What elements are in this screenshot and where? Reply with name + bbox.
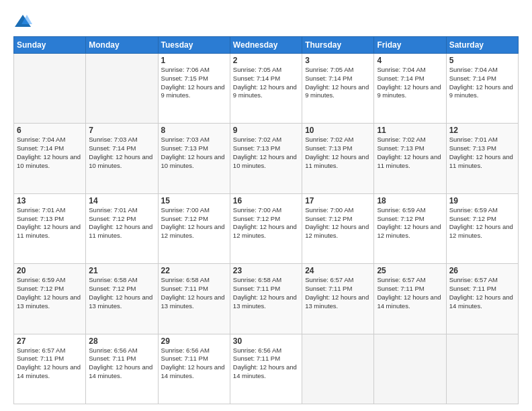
week-row-5: 27Sunrise: 6:57 AM Sunset: 7:11 PM Dayli… <box>14 334 519 404</box>
week-row-3: 13Sunrise: 7:01 AM Sunset: 7:13 PM Dayli… <box>14 193 519 263</box>
weekday-header-thursday: Thursday <box>302 37 374 54</box>
calendar-cell: 4Sunrise: 7:04 AM Sunset: 7:14 PM Daylig… <box>374 54 446 124</box>
day-number: 21 <box>89 266 154 275</box>
day-info: Sunrise: 7:01 AM Sunset: 7:12 PM Dayligh… <box>89 206 154 240</box>
calendar-cell: 16Sunrise: 7:00 AM Sunset: 7:12 PM Dayli… <box>230 193 302 263</box>
page: SundayMondayTuesdayWednesdayThursdayFrid… <box>0 0 532 411</box>
calendar-cell: 13Sunrise: 7:01 AM Sunset: 7:13 PM Dayli… <box>14 193 86 263</box>
weekday-header-sunday: Sunday <box>14 37 86 54</box>
day-number: 18 <box>377 196 443 205</box>
day-info: Sunrise: 7:04 AM Sunset: 7:14 PM Dayligh… <box>377 66 443 100</box>
day-number: 5 <box>449 56 515 65</box>
calendar-cell: 20Sunrise: 6:59 AM Sunset: 7:12 PM Dayli… <box>14 264 86 334</box>
calendar-cell: 18Sunrise: 6:59 AM Sunset: 7:12 PM Dayli… <box>374 193 446 263</box>
day-number: 9 <box>233 126 299 135</box>
day-info: Sunrise: 6:59 AM Sunset: 7:12 PM Dayligh… <box>449 206 515 240</box>
day-info: Sunrise: 6:56 AM Sunset: 7:11 PM Dayligh… <box>89 347 154 381</box>
calendar-cell: 22Sunrise: 6:58 AM Sunset: 7:11 PM Dayli… <box>158 264 230 334</box>
calendar-table: SundayMondayTuesdayWednesdayThursdayFrid… <box>13 36 519 404</box>
day-number: 15 <box>161 196 227 205</box>
weekday-header-friday: Friday <box>374 37 446 54</box>
calendar-cell: 23Sunrise: 6:58 AM Sunset: 7:11 PM Dayli… <box>230 264 302 334</box>
calendar-cell: 28Sunrise: 6:56 AM Sunset: 7:11 PM Dayli… <box>86 334 158 404</box>
day-number: 10 <box>305 126 371 135</box>
day-number: 30 <box>233 336 299 346</box>
day-number: 3 <box>305 56 371 65</box>
day-info: Sunrise: 6:56 AM Sunset: 7:11 PM Dayligh… <box>233 347 299 381</box>
calendar-cell: 15Sunrise: 7:00 AM Sunset: 7:12 PM Dayli… <box>158 193 230 263</box>
weekday-header-monday: Monday <box>86 37 158 54</box>
calendar-cell: 12Sunrise: 7:01 AM Sunset: 7:13 PM Dayli… <box>446 124 518 193</box>
day-info: Sunrise: 7:01 AM Sunset: 7:13 PM Dayligh… <box>449 136 515 170</box>
day-info: Sunrise: 7:02 AM Sunset: 7:13 PM Dayligh… <box>305 136 371 170</box>
day-info: Sunrise: 7:00 AM Sunset: 7:12 PM Dayligh… <box>305 206 371 240</box>
calendar-cell: 14Sunrise: 7:01 AM Sunset: 7:12 PM Dayli… <box>86 193 158 263</box>
day-info: Sunrise: 6:58 AM Sunset: 7:12 PM Dayligh… <box>89 276 154 310</box>
day-info: Sunrise: 6:58 AM Sunset: 7:11 PM Dayligh… <box>233 276 299 310</box>
day-number: 28 <box>89 336 154 346</box>
day-info: Sunrise: 7:02 AM Sunset: 7:13 PM Dayligh… <box>233 136 299 170</box>
day-number: 19 <box>449 196 515 205</box>
day-info: Sunrise: 7:02 AM Sunset: 7:13 PM Dayligh… <box>377 136 443 170</box>
day-number: 11 <box>377 126 443 135</box>
day-number: 12 <box>449 126 515 135</box>
day-info: Sunrise: 7:00 AM Sunset: 7:12 PM Dayligh… <box>161 206 227 240</box>
day-number: 17 <box>305 196 371 205</box>
day-number: 7 <box>89 126 154 135</box>
day-number: 1 <box>161 56 227 65</box>
calendar-cell: 17Sunrise: 7:00 AM Sunset: 7:12 PM Dayli… <box>302 193 374 263</box>
day-info: Sunrise: 7:00 AM Sunset: 7:12 PM Dayligh… <box>233 206 299 240</box>
day-info: Sunrise: 6:57 AM Sunset: 7:11 PM Dayligh… <box>377 276 443 310</box>
day-number: 22 <box>161 266 227 275</box>
day-info: Sunrise: 7:03 AM Sunset: 7:13 PM Dayligh… <box>161 136 227 170</box>
day-number: 2 <box>233 56 299 65</box>
day-number: 13 <box>17 196 83 205</box>
header <box>13 12 519 31</box>
day-info: Sunrise: 6:58 AM Sunset: 7:11 PM Dayligh… <box>161 276 227 310</box>
calendar-cell: 2Sunrise: 7:05 AM Sunset: 7:14 PM Daylig… <box>230 54 302 124</box>
weekday-header-tuesday: Tuesday <box>158 37 230 54</box>
calendar-cell: 7Sunrise: 7:03 AM Sunset: 7:14 PM Daylig… <box>86 124 158 193</box>
day-number: 29 <box>161 336 227 346</box>
calendar-cell: 10Sunrise: 7:02 AM Sunset: 7:13 PM Dayli… <box>302 124 374 193</box>
calendar-cell <box>446 334 518 404</box>
calendar-cell: 1Sunrise: 7:06 AM Sunset: 7:15 PM Daylig… <box>158 54 230 124</box>
day-info: Sunrise: 6:56 AM Sunset: 7:11 PM Dayligh… <box>161 347 227 381</box>
day-number: 6 <box>17 126 83 135</box>
day-info: Sunrise: 6:59 AM Sunset: 7:12 PM Dayligh… <box>17 276 83 310</box>
day-number: 23 <box>233 266 299 275</box>
calendar-cell: 26Sunrise: 6:57 AM Sunset: 7:11 PM Dayli… <box>446 264 518 334</box>
calendar-cell: 3Sunrise: 7:05 AM Sunset: 7:14 PM Daylig… <box>302 54 374 124</box>
day-info: Sunrise: 7:04 AM Sunset: 7:14 PM Dayligh… <box>449 66 515 100</box>
week-row-2: 6Sunrise: 7:04 AM Sunset: 7:14 PM Daylig… <box>14 124 519 193</box>
day-info: Sunrise: 7:06 AM Sunset: 7:15 PM Dayligh… <box>161 66 227 100</box>
calendar-cell: 9Sunrise: 7:02 AM Sunset: 7:13 PM Daylig… <box>230 124 302 193</box>
day-number: 25 <box>377 266 443 275</box>
day-number: 24 <box>305 266 371 275</box>
day-info: Sunrise: 6:57 AM Sunset: 7:11 PM Dayligh… <box>305 276 371 310</box>
calendar-cell: 19Sunrise: 6:59 AM Sunset: 7:12 PM Dayli… <box>446 193 518 263</box>
calendar-cell <box>374 334 446 404</box>
day-number: 14 <box>89 196 154 205</box>
calendar-cell <box>302 334 374 404</box>
day-info: Sunrise: 7:04 AM Sunset: 7:14 PM Dayligh… <box>17 136 83 170</box>
calendar-cell: 11Sunrise: 7:02 AM Sunset: 7:13 PM Dayli… <box>374 124 446 193</box>
calendar-cell: 29Sunrise: 6:56 AM Sunset: 7:11 PM Dayli… <box>158 334 230 404</box>
day-number: 20 <box>17 266 83 275</box>
day-number: 26 <box>449 266 515 275</box>
calendar-cell: 8Sunrise: 7:03 AM Sunset: 7:13 PM Daylig… <box>158 124 230 193</box>
weekday-header-wednesday: Wednesday <box>230 37 302 54</box>
calendar-cell: 30Sunrise: 6:56 AM Sunset: 7:11 PM Dayli… <box>230 334 302 404</box>
day-info: Sunrise: 7:05 AM Sunset: 7:14 PM Dayligh… <box>233 66 299 100</box>
calendar-cell: 25Sunrise: 6:57 AM Sunset: 7:11 PM Dayli… <box>374 264 446 334</box>
weekday-header-saturday: Saturday <box>446 37 518 54</box>
day-number: 4 <box>377 56 443 65</box>
calendar-cell: 21Sunrise: 6:58 AM Sunset: 7:12 PM Dayli… <box>86 264 158 334</box>
calendar-cell <box>86 54 158 124</box>
calendar-cell: 6Sunrise: 7:04 AM Sunset: 7:14 PM Daylig… <box>14 124 86 193</box>
day-info: Sunrise: 6:57 AM Sunset: 7:11 PM Dayligh… <box>17 347 83 381</box>
day-info: Sunrise: 7:05 AM Sunset: 7:14 PM Dayligh… <box>305 66 371 100</box>
day-info: Sunrise: 6:57 AM Sunset: 7:11 PM Dayligh… <box>449 276 515 310</box>
calendar-cell: 24Sunrise: 6:57 AM Sunset: 7:11 PM Dayli… <box>302 264 374 334</box>
calendar-cell: 5Sunrise: 7:04 AM Sunset: 7:14 PM Daylig… <box>446 54 518 124</box>
